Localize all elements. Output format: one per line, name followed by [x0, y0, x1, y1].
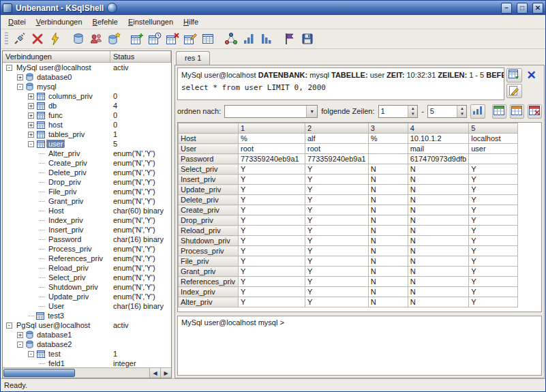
tree-item-create-priv[interactable]: Create_privenum('N','Y'): [3, 158, 171, 168]
cell[interactable]: Y: [305, 297, 369, 307]
tree-item-process-priv[interactable]: Process_privenum('N','Y'): [3, 244, 171, 254]
row-header[interactable]: Create_priv: [179, 205, 239, 215]
cell[interactable]: Y: [469, 246, 518, 256]
cell[interactable]: N: [368, 185, 408, 195]
tree-item-password[interactable]: Passwordchar(16) binary: [3, 235, 171, 244]
row-header[interactable]: Password: [179, 154, 239, 164]
minimize-button[interactable]: [501, 3, 512, 14]
menu-befehle[interactable]: Befehle: [88, 16, 123, 28]
column-header-3[interactable]: 3: [368, 123, 408, 134]
maximize-button[interactable]: [517, 3, 528, 14]
row-header[interactable]: Alter_priv: [179, 297, 239, 307]
cell[interactable]: N: [368, 236, 408, 246]
cell[interactable]: alf: [305, 134, 369, 144]
collapse-icon[interactable]: -: [17, 84, 23, 90]
disconnect-button[interactable]: [29, 31, 46, 48]
tree-item-host[interactable]: +host0: [3, 120, 171, 130]
tree-item-test3[interactable]: test3: [3, 311, 171, 320]
cell[interactable]: Y: [469, 175, 518, 185]
cell[interactable]: Y: [239, 256, 305, 267]
row-header[interactable]: Shutdown_priv: [179, 236, 239, 246]
expand-icon[interactable]: +: [17, 332, 23, 338]
expand-icon[interactable]: +: [28, 132, 34, 138]
sort-ascending-button[interactable]: [240, 31, 257, 48]
tree-item-test[interactable]: -test1: [3, 349, 171, 359]
cell[interactable]: N: [408, 297, 469, 307]
cell[interactable]: Y: [469, 236, 518, 246]
table-edit-button[interactable]: [181, 31, 198, 48]
cell[interactable]: Y: [469, 277, 518, 287]
tree-column-status[interactable]: Status: [110, 51, 171, 62]
scroll-left-button[interactable]: ◀: [149, 368, 160, 378]
row-header[interactable]: Drop_priv: [179, 215, 239, 226]
cell[interactable]: Y: [239, 246, 305, 256]
tree-item-pgsql-user-localhost[interactable]: -PgSql user@localhostactiv: [3, 320, 171, 330]
cell[interactable]: Y: [305, 287, 369, 297]
order-by-combobox[interactable]: [224, 105, 318, 118]
cell[interactable]: %: [368, 134, 408, 144]
cell[interactable]: N: [368, 195, 408, 205]
tree-item-index-priv[interactable]: Index_privenum('N','Y'): [3, 215, 171, 225]
row-header[interactable]: Process_priv: [179, 246, 239, 256]
cell[interactable]: Y: [239, 226, 305, 236]
tree-item-host[interactable]: Hostchar(60) binary: [3, 206, 171, 215]
cell[interactable]: root: [305, 144, 369, 154]
spin-up-icon[interactable]: [408, 106, 417, 112]
spin-down-icon[interactable]: [457, 111, 466, 117]
run-query-button[interactable]: [46, 31, 63, 48]
table-delete-button[interactable]: [164, 31, 181, 48]
cell[interactable]: [368, 144, 408, 154]
cell[interactable]: 773359240eb9a1: [239, 154, 305, 164]
cell[interactable]: Y: [305, 195, 369, 205]
cell[interactable]: N: [408, 267, 469, 277]
tree-item-mysql-user-localhost[interactable]: -MySql user@localhostactiv: [3, 63, 171, 72]
cell[interactable]: Y: [305, 246, 369, 256]
cell[interactable]: 10.10.1.2: [408, 134, 469, 144]
row-header[interactable]: Host: [179, 134, 239, 144]
cell[interactable]: Y: [305, 277, 369, 287]
column-header-2[interactable]: 2: [305, 123, 369, 134]
tree-item-feld1[interactable]: feld1integer: [3, 359, 171, 367]
tree-item-shutdown-priv[interactable]: Shutdown_privenum('N','Y'): [3, 282, 171, 292]
row-header[interactable]: File_priv: [179, 256, 239, 267]
spin-up-icon[interactable]: [457, 106, 466, 112]
row-header[interactable]: Index_priv: [179, 287, 239, 297]
cell[interactable]: Y: [469, 287, 518, 297]
row-header[interactable]: Update_priv: [179, 185, 239, 195]
cell[interactable]: N: [408, 164, 469, 175]
menu-hilfe[interactable]: Hilfe: [179, 16, 203, 28]
cell[interactable]: N: [408, 256, 469, 267]
cell[interactable]: N: [408, 175, 469, 185]
cell[interactable]: Y: [469, 256, 518, 267]
row-header[interactable]: Select_priv: [179, 164, 239, 175]
cell[interactable]: N: [368, 175, 408, 185]
menu-verbindungen[interactable]: Verbindungen: [31, 16, 87, 28]
cell[interactable]: Y: [239, 195, 305, 205]
column-header-5[interactable]: 5: [469, 123, 518, 134]
cell[interactable]: Y: [239, 205, 305, 215]
row-header[interactable]: Delete_priv: [179, 195, 239, 205]
tree-item-reload-priv[interactable]: Reload_privenum('N','Y'): [3, 263, 171, 273]
tree-item-user[interactable]: -user5: [3, 139, 171, 149]
tree-item-alter-priv[interactable]: Alter_privenum('N','Y'): [3, 149, 171, 158]
cell[interactable]: N: [368, 256, 408, 267]
cell[interactable]: Y: [239, 267, 305, 277]
expand-icon[interactable]: +: [28, 122, 34, 128]
tree-item-references-priv[interactable]: References_privenum('N','Y'): [3, 254, 171, 263]
cell[interactable]: Y: [305, 164, 369, 175]
cell[interactable]: N: [408, 246, 469, 256]
new-database-button[interactable]: [105, 31, 122, 48]
cell[interactable]: Y: [239, 215, 305, 226]
spin-down-icon[interactable]: [408, 111, 417, 117]
apply-sort-button[interactable]: [470, 104, 485, 119]
toolbar-handle[interactable]: [5, 32, 8, 46]
tree-item-database1[interactable]: +database1: [3, 330, 171, 340]
cell[interactable]: %: [239, 134, 305, 144]
row-header[interactable]: User: [179, 144, 239, 154]
cell[interactable]: root: [239, 144, 305, 154]
diagram-button[interactable]: [222, 31, 239, 48]
expand-icon[interactable]: +: [17, 74, 23, 80]
tree-item-delete-priv[interactable]: Delete_privenum('N','Y'): [3, 168, 171, 177]
table-view-button[interactable]: [199, 31, 216, 48]
cell[interactable]: N: [368, 267, 408, 277]
